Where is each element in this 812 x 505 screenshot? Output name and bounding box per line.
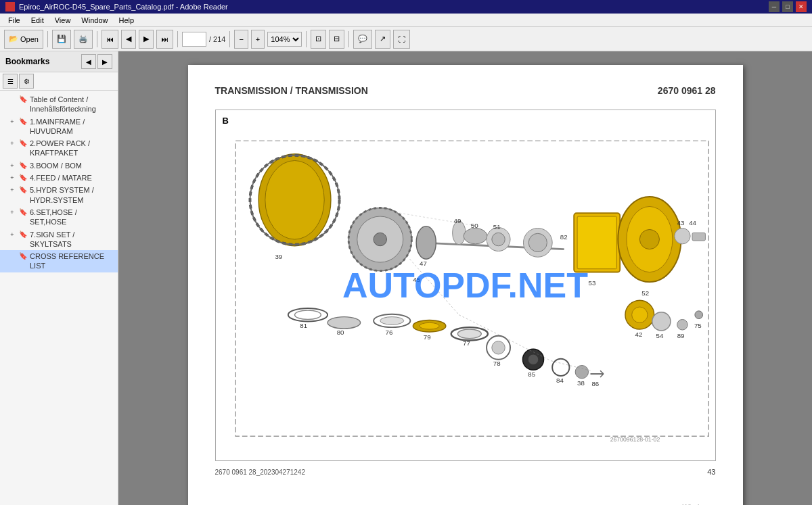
- fullscreen-button[interactable]: ⛶: [393, 30, 410, 49]
- expand-icon-crossref: [8, 252, 16, 260]
- svg-point-56: [552, 359, 569, 376]
- sidebar-list-button[interactable]: ☰: [3, 74, 18, 89]
- page-part-number: 2670 0961 28: [658, 85, 716, 96]
- sidebar-toolbar: ☰ ⚙: [0, 72, 118, 91]
- svg-text:84: 84: [556, 377, 564, 384]
- footer-page-number: 43: [707, 468, 715, 476]
- share-button[interactable]: ↗: [375, 30, 390, 49]
- svg-text:43: 43: [677, 219, 684, 226]
- svg-text:86: 86: [591, 380, 599, 387]
- bookmark-label-toc: Table of Content / Innehållsförteckning: [30, 95, 112, 114]
- bookmark-label-sethose: 6.SET,HOSE / SET,HOSE: [30, 208, 112, 227]
- zoom-out-button[interactable]: −: [234, 30, 248, 49]
- separator-2: [97, 31, 97, 47]
- page-header: TRANSMISSION / TRANSMISSION 2670 0961 28: [215, 85, 716, 96]
- bookmark-icon-signset: 🔖: [19, 231, 27, 238]
- save-button[interactable]: 💾: [52, 30, 71, 49]
- svg-text:80: 80: [336, 329, 344, 336]
- svg-text:81: 81: [300, 322, 307, 329]
- svg-text:39: 39: [275, 253, 282, 260]
- page-input[interactable]: 43: [182, 32, 206, 47]
- expand-icon-feed: +: [8, 174, 16, 182]
- title-bar: Epiroc_AirROC-D45_Spare_Parts_Catalog.pd…: [0, 0, 812, 14]
- comment-button[interactable]: 💬: [353, 30, 372, 49]
- minimize-button[interactable]: ─: [769, 1, 780, 12]
- menu-view[interactable]: View: [49, 15, 76, 26]
- sidebar-item-boom[interactable]: + 🔖 3.BOOM / BOM: [0, 160, 118, 172]
- menu-file[interactable]: File: [3, 15, 26, 26]
- svg-point-2: [265, 161, 323, 240]
- zoom-in-button[interactable]: +: [251, 30, 265, 49]
- sidebar: Bookmarks ◀ ▶ ☰ ⚙ 🔖 Table of Content / I…: [0, 51, 118, 505]
- svg-point-17: [464, 229, 487, 244]
- svg-point-58: [575, 365, 588, 378]
- svg-text:77: 77: [463, 339, 470, 347]
- menu-edit[interactable]: Edit: [26, 15, 49, 26]
- svg-point-71: [694, 311, 702, 319]
- menu-window[interactable]: Window: [76, 15, 113, 26]
- svg-point-13: [416, 226, 436, 260]
- sidebar-title: Bookmarks: [5, 57, 49, 66]
- expand-icon-boom: +: [8, 162, 16, 170]
- svg-text:50: 50: [470, 222, 478, 229]
- nav-next-button[interactable]: ▶: [139, 30, 154, 49]
- sidebar-options-button[interactable]: ⚙: [19, 74, 34, 89]
- menu-help[interactable]: Help: [113, 15, 139, 26]
- svg-point-32: [674, 229, 690, 244]
- open-button[interactable]: 📂 Open: [4, 30, 43, 49]
- svg-text:76: 76: [385, 329, 392, 336]
- app-icon: [5, 2, 15, 11]
- separator-5: [306, 31, 307, 47]
- expand-icon-hydrsystem: +: [8, 186, 16, 194]
- sidebar-item-powerpack[interactable]: + 🔖 2.POWER PACK / KRAFTPAKET: [0, 137, 118, 160]
- nav-prev-button[interactable]: ◀: [121, 30, 136, 49]
- menu-bar: File Edit View Window Help: [0, 14, 812, 27]
- diagram-label-b: B: [223, 116, 229, 126]
- separator-1: [47, 31, 48, 47]
- svg-point-8: [374, 233, 386, 245]
- svg-text:79: 79: [423, 333, 430, 341]
- nav-start-button[interactable]: ⏮: [102, 30, 118, 49]
- fit-width-button[interactable]: ⊟: [329, 30, 344, 49]
- svg-point-69: [677, 319, 687, 330]
- bookmark-label-crossref: CROSS REFERENCE LIST: [30, 251, 112, 271]
- sidebar-item-feed[interactable]: + 🔖 4.FEED / MATARE: [0, 172, 118, 184]
- svg-point-42: [380, 317, 403, 325]
- expand-icon-mainframe: +: [8, 118, 16, 126]
- bookmark-icon-crossref: 🔖: [19, 252, 27, 260]
- expand-icon-powerpack: +: [8, 139, 16, 147]
- svg-text:85: 85: [528, 370, 535, 378]
- sidebar-item-toc[interactable]: 🔖 Table of Content / Innehållsförtecknin…: [0, 93, 118, 116]
- sidebar-item-mainframe[interactable]: + 🔖 1.MAINFRAME / HUVUDRAM: [0, 116, 118, 138]
- close-button[interactable]: ✕: [796, 1, 807, 12]
- bookmark-label-mainframe: 1.MAINFRAME / HUVUDRAM: [30, 117, 112, 137]
- sidebar-item-sethose[interactable]: + 🔖 6.SET,HOSE / SET,HOSE: [0, 206, 118, 229]
- page-total: / 214: [209, 35, 225, 43]
- print-button[interactable]: 🖨️: [74, 30, 93, 49]
- svg-text:49: 49: [453, 217, 461, 224]
- svg-point-45: [420, 322, 439, 329]
- sidebar-item-signset[interactable]: + 🔖 7.SIGN SET / SKYLTSATS: [0, 229, 118, 251]
- svg-point-37: [294, 310, 321, 320]
- svg-point-67: [652, 312, 670, 331]
- sidebar-collapse-button[interactable]: ◀: [81, 54, 96, 69]
- svg-point-20: [491, 233, 504, 245]
- bookmark-icon-mainframe: 🔖: [19, 118, 27, 125]
- bookmark-icon-toc: 🔖: [19, 95, 27, 103]
- window-controls: ─ □ ✕: [769, 1, 807, 12]
- zoom-select[interactable]: 50% 75% 100% 104% 125% 150% 200%: [267, 32, 302, 47]
- bookmark-icon-hydrsystem: 🔖: [19, 186, 27, 193]
- svg-text:52: 52: [641, 289, 649, 297]
- bookmark-icon-powerpack: 🔖: [19, 139, 27, 147]
- svg-point-51: [491, 341, 504, 354]
- sidebar-expand-button[interactable]: ▶: [97, 54, 112, 69]
- fit-page-button[interactable]: ⊡: [311, 30, 326, 49]
- bookmark-label-powerpack: 2.POWER PACK / KRAFTPAKET: [30, 139, 112, 158]
- page-title: TRANSMISSION / TRANSMISSION: [215, 85, 368, 96]
- diagram-svg: 39 45 47: [216, 110, 715, 460]
- maximize-button[interactable]: □: [782, 1, 793, 12]
- nav-end-button[interactable]: ⏭: [156, 30, 173, 49]
- svg-text:44: 44: [689, 219, 696, 226]
- sidebar-item-hydrsystem[interactable]: + 🔖 5.HYDR SYSTEM / HYDR.SYSTEM: [0, 184, 118, 206]
- sidebar-item-crossref[interactable]: 🔖 CROSS REFERENCE LIST: [0, 250, 118, 272]
